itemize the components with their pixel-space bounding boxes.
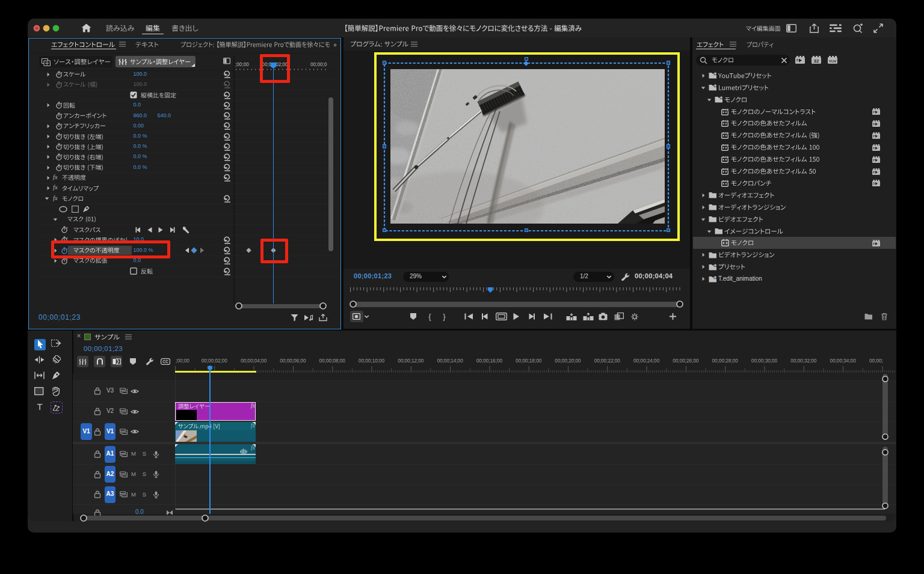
svg-text:32: 32 [814, 58, 819, 64]
svg-text:YUV: YUV [829, 59, 836, 63]
svg-text:CC: CC [162, 359, 168, 364]
